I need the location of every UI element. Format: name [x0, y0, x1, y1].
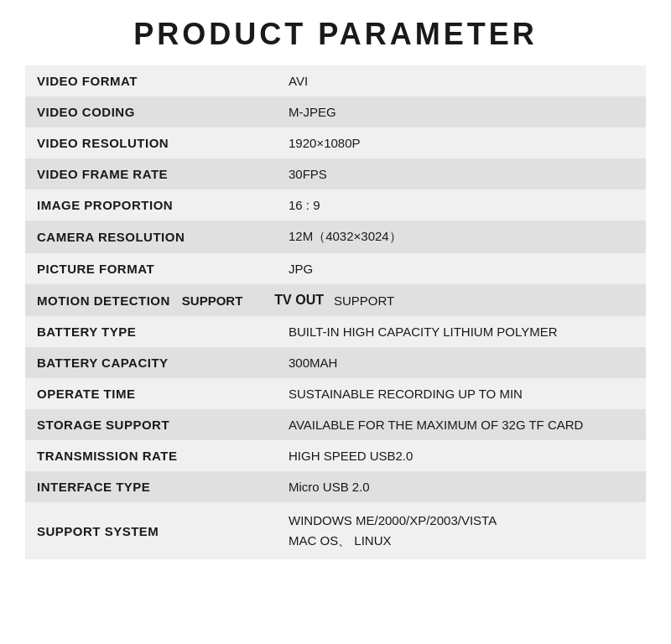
- page-container: PRODUCT PARAMETER VIDEO FORMATAVIVIDEO C…: [0, 0, 671, 644]
- param-label: VIDEO RESOLUTION: [25, 127, 277, 158]
- table-row: CAMERA RESOLUTION12M（4032×3024）: [25, 221, 646, 253]
- param-value: AVAILABLE FOR THE MAXIMUM OF 32G TF CARD: [277, 409, 646, 440]
- tv-out-label: TV OUT: [274, 293, 324, 308]
- param-value: WINDOWS ME/2000/XP/2003/VISTAMAC OS、 LIN…: [277, 502, 646, 559]
- param-value: 30FPS: [277, 158, 646, 190]
- param-label: BATTERY TYPE: [25, 316, 277, 347]
- table-row: VIDEO CODINGM-JPEG: [25, 96, 646, 127]
- table-row: BATTERY CAPACITY300MAH: [25, 347, 646, 378]
- table-row: BATTERY TYPEBUILT-IN HIGH CAPACITY LITHI…: [25, 316, 646, 347]
- param-label: VIDEO CODING: [25, 96, 277, 127]
- param-value: 1920×1080P: [277, 127, 646, 158]
- param-label: OPERATE TIME: [25, 378, 277, 409]
- param-label: CAMERA RESOLUTION: [25, 221, 277, 253]
- motion-detection-cell: MOTION DETECTION SUPPORT TV OUT SUPPORT: [25, 284, 646, 316]
- param-label: INTERFACE TYPE: [25, 471, 277, 502]
- param-label: VIDEO FRAME RATE: [25, 158, 277, 190]
- table-row: INTERFACE TYPEMicro USB 2.0: [25, 471, 646, 502]
- table-row: OPERATE TIMESUSTAINABLE RECORDING UP TO …: [25, 378, 646, 409]
- param-label: SUPPORT SYSTEM: [25, 502, 277, 559]
- param-label: PICTURE FORMAT: [25, 253, 277, 284]
- table-row: VIDEO FRAME RATE30FPS: [25, 158, 646, 190]
- table-row: VIDEO RESOLUTION1920×1080P: [25, 127, 646, 158]
- param-label: VIDEO FORMAT: [25, 65, 277, 96]
- param-value: BUILT-IN HIGH CAPACITY LITHIUM POLYMER: [277, 316, 646, 347]
- param-value: Micro USB 2.0: [277, 471, 646, 502]
- motion-detection-label: MOTION DETECTION: [37, 293, 170, 308]
- param-value: 12M（4032×3024）: [277, 221, 646, 253]
- param-label: TRANSMISSION RATE: [25, 440, 277, 471]
- table-row: STORAGE SUPPORTAVAILABLE FOR THE MAXIMUM…: [25, 409, 646, 440]
- param-value: HIGH SPEED USB2.0: [277, 440, 646, 471]
- page-title: PRODUCT PARAMETER: [25, 8, 646, 59]
- param-value: M-JPEG: [277, 96, 646, 127]
- table-row: SUPPORT SYSTEMWINDOWS ME/2000/XP/2003/VI…: [25, 502, 646, 559]
- tv-out-value: SUPPORT: [334, 293, 394, 308]
- table-row: VIDEO FORMATAVI: [25, 65, 646, 96]
- param-label: BATTERY CAPACITY: [25, 347, 277, 378]
- param-value: AVI: [277, 65, 646, 96]
- table-row: MOTION DETECTION SUPPORT TV OUT SUPPORT: [25, 284, 646, 316]
- param-label: IMAGE PROPORTION: [25, 190, 277, 221]
- table-row: IMAGE PROPORTION16 : 9: [25, 190, 646, 221]
- table-row: TRANSMISSION RATEHIGH SPEED USB2.0: [25, 440, 646, 471]
- params-table: VIDEO FORMATAVIVIDEO CODINGM-JPEGVIDEO R…: [25, 65, 646, 559]
- param-value: 300MAH: [277, 347, 646, 378]
- param-value: JPG: [277, 253, 646, 284]
- param-label: STORAGE SUPPORT: [25, 409, 277, 440]
- motion-detection-value: SUPPORT: [182, 293, 243, 308]
- table-row: PICTURE FORMATJPG: [25, 253, 646, 284]
- param-value: 16 : 9: [277, 190, 646, 221]
- param-value: SUSTAINABLE RECORDING UP TO MIN: [277, 378, 646, 409]
